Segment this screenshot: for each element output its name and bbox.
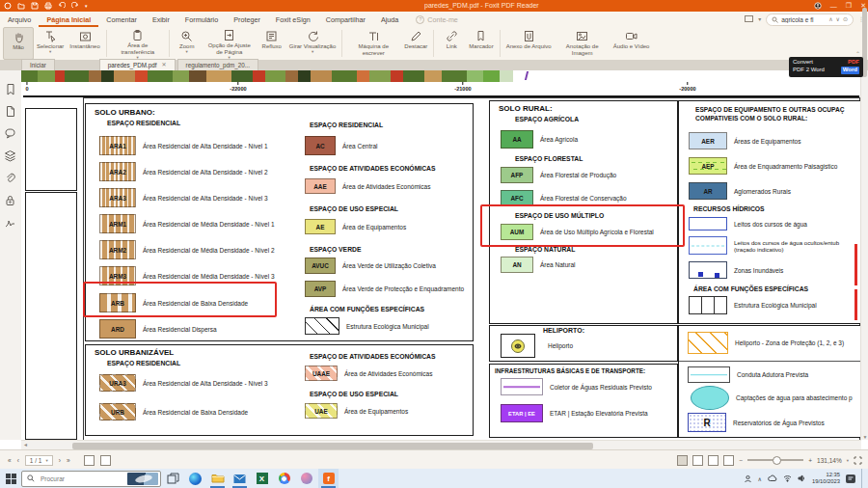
hand-tool-button[interactable]: Mão xyxy=(3,27,34,60)
menu-tab-exibir[interactable]: Exibir xyxy=(145,13,177,27)
red-annotation-aum[interactable] xyxy=(480,204,685,247)
comments-panel-icon[interactable] xyxy=(4,127,16,140)
horizontal-scroll-thumb[interactable] xyxy=(72,443,593,449)
taskbar-search-input[interactable] xyxy=(39,474,123,483)
typewriter-button[interactable]: Máquina de escrever xyxy=(345,27,401,60)
equipamento-title: ESPAÇO DE EQUIPAMENTO E OUTRAS OCUPAÇ xyxy=(695,106,844,113)
task-view-button[interactable] xyxy=(163,469,183,488)
attachments-panel-icon[interactable] xyxy=(4,172,16,184)
single-page-view-icon[interactable] xyxy=(84,455,95,466)
menu-tab-comentar[interactable]: Comentar xyxy=(98,13,145,27)
photos-icon[interactable] xyxy=(296,469,316,488)
zoom-slider[interactable] xyxy=(747,459,803,461)
legend-row: ARA1Área Residencial de Alta Densidade -… xyxy=(99,136,268,155)
zoom-slider-knob[interactable] xyxy=(773,456,781,465)
snapshot-button[interactable]: Instantâneo xyxy=(67,27,102,60)
notification-icon[interactable] xyxy=(846,474,855,483)
zoom-in-button[interactable]: + xyxy=(808,457,812,464)
convert-pdf-ad[interactable]: ConvertPDF PDF 2 WordWord xyxy=(789,57,863,77)
audio-video-button[interactable]: Áudio e Vídeo xyxy=(610,27,653,60)
menu-tab-foxit-esign[interactable]: Foxit eSign xyxy=(268,13,318,27)
signature-panel-icon[interactable] xyxy=(4,216,16,229)
doc-tab-paredes-pdm[interactable]: paredes_PDM.pdf✕ xyxy=(99,59,176,70)
last-page-button[interactable]: » xyxy=(67,457,70,464)
mail-icon[interactable] xyxy=(230,469,250,488)
view-layout-2-icon[interactable] xyxy=(692,455,703,466)
menu-tab-arquivo[interactable]: Arquivo xyxy=(0,13,39,27)
search-settings-icon[interactable]: ⊙ xyxy=(843,16,848,22)
menu-tab-formulario[interactable]: Formulário xyxy=(177,13,226,27)
pages-panel-icon[interactable] xyxy=(4,105,16,118)
zoom-level[interactable]: 131,14% xyxy=(817,457,842,464)
doc-tab-regulamento[interactable]: regulamento_pdm_20... xyxy=(177,59,259,70)
first-page-button[interactable]: « xyxy=(8,457,12,464)
print-icon[interactable] xyxy=(44,2,52,10)
ribbon-collapse-icon[interactable]: ⌃ xyxy=(855,50,860,57)
bookmark-button[interactable]: Marcador xyxy=(466,27,496,60)
tray-volume-icon[interactable] xyxy=(798,474,806,482)
tellme-search[interactable]: ?Conte-me xyxy=(416,15,458,24)
prev-page-button[interactable]: ‹ xyxy=(17,457,19,464)
fit-screen-icon[interactable] xyxy=(854,456,862,465)
vertical-scrollbar[interactable]: ▲ ▼ xyxy=(860,70,868,440)
next-page-button[interactable]: › xyxy=(59,457,61,464)
maximize-button[interactable]: ❐ xyxy=(846,2,852,10)
red-annotation-arb[interactable] xyxy=(83,282,277,317)
file-attach-button[interactable]: Anexo de Arquivo xyxy=(503,27,555,60)
next-match-icon[interactable]: ∨ xyxy=(836,16,840,22)
link-button[interactable]: Link xyxy=(437,27,466,60)
red-annotation-edge-mark xyxy=(854,244,857,285)
menu-tab-compartilhar[interactable]: Compartilhar xyxy=(318,13,373,27)
tray-people-icon[interactable] xyxy=(744,474,752,483)
doc-tab-iniciar[interactable]: Iniciar xyxy=(21,59,55,70)
start-button[interactable] xyxy=(0,469,21,488)
clipboard-button[interactable]: Área de transferência▾ xyxy=(110,27,166,60)
continuous-view-icon[interactable] xyxy=(100,455,111,466)
scroll-down-icon[interactable]: ▼ xyxy=(863,434,868,440)
fit-page-button[interactable]: Opção de Ajuste de Página▾ xyxy=(202,27,258,60)
rotate-view-button[interactable]: Girar Visualização▾ xyxy=(286,27,339,60)
scroll-left-icon[interactable]: ◄ xyxy=(23,442,28,447)
tray-chevron-icon[interactable]: ∧ xyxy=(758,475,762,482)
view-mode-icon[interactable] xyxy=(745,15,753,23)
security-panel-icon[interactable] xyxy=(4,194,16,206)
menu-tab-ajuda[interactable]: Ajuda xyxy=(373,13,406,27)
tray-cloud-icon[interactable] xyxy=(768,474,777,482)
clock[interactable]: 12:3519/10/2023 xyxy=(812,472,840,485)
explorer-icon[interactable] xyxy=(207,469,228,488)
menu-tab-proteger[interactable]: Proteger xyxy=(226,13,268,27)
open-icon[interactable] xyxy=(17,2,25,10)
highlight-button[interactable]: Destacar xyxy=(401,27,430,60)
bookmarks-panel-icon[interactable] xyxy=(4,83,16,95)
chrome-icon[interactable] xyxy=(274,469,294,488)
prev-match-icon[interactable]: ∧ xyxy=(828,16,832,22)
zoom-out-button[interactable]: − xyxy=(739,457,743,464)
view-mode-caret-icon[interactable]: ▾ xyxy=(758,16,761,22)
image-annotation-button[interactable]: Anotação de Imagem xyxy=(555,27,610,60)
taskbar-search[interactable] xyxy=(21,471,161,487)
layers-panel-icon[interactable] xyxy=(4,149,16,162)
view-layout-1-icon[interactable] xyxy=(677,455,688,466)
close-tab-icon[interactable]: ✕ xyxy=(162,60,167,70)
zoom-caret-icon[interactable]: ▾ xyxy=(847,458,849,463)
minimize-button[interactable]: — xyxy=(830,3,837,10)
redo-icon[interactable] xyxy=(71,2,79,10)
reflow-button[interactable]: Refluxo xyxy=(258,27,286,60)
view-layout-3-icon[interactable] xyxy=(708,455,719,466)
account-icon[interactable] xyxy=(814,2,822,10)
edge-icon[interactable] xyxy=(185,469,205,488)
undo-icon[interactable] xyxy=(58,2,66,10)
customize-caret-icon[interactable]: ▾ xyxy=(85,3,88,9)
view-layout-4-icon[interactable] xyxy=(723,455,734,466)
search-input[interactable] xyxy=(781,16,826,23)
search-highlight-image[interactable] xyxy=(127,473,158,485)
zoom-button[interactable]: Zoom▾ xyxy=(173,27,202,60)
foxit-icon[interactable]: f xyxy=(318,469,339,488)
tray-wifi-icon[interactable] xyxy=(783,474,792,482)
excel-icon[interactable]: X xyxy=(252,469,272,488)
show-desktop-button[interactable] xyxy=(861,469,865,488)
page-indicator[interactable]: 1 / 1▾ xyxy=(25,455,53,466)
select-tool-button[interactable]: Selecionar▾ xyxy=(34,27,67,60)
save-icon[interactable] xyxy=(31,2,39,10)
menu-tab-pagina-inicial[interactable]: Página Inicial xyxy=(39,13,98,27)
